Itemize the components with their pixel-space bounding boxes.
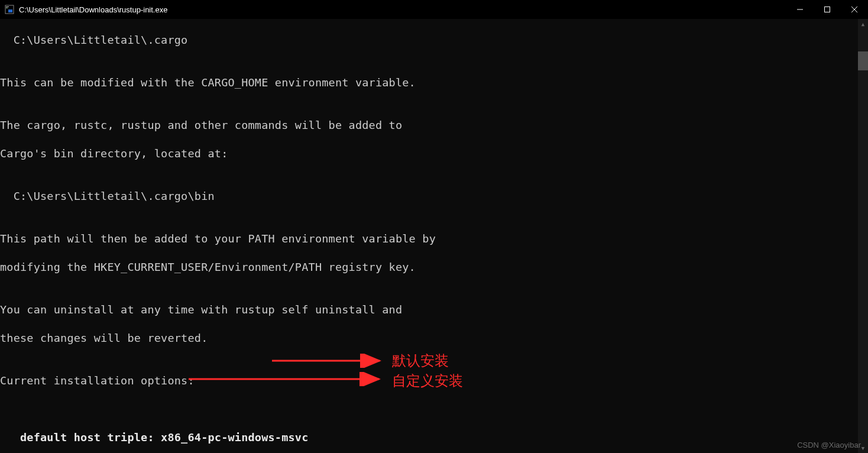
terminal-line: C:\Users\Littletail\.cargo\bin — [0, 189, 868, 203]
window-titlebar: C:\Users\Littletail\Downloads\rustup-ini… — [0, 0, 868, 19]
terminal-line: these changes will be reverted. — [0, 331, 868, 345]
scrollbar[interactable]: ▲ ▼ — [858, 19, 868, 453]
minimize-button[interactable] — [786, 0, 814, 19]
terminal-output[interactable]: C:\Users\Littletail\.cargo This can be m… — [0, 19, 868, 453]
terminal-line: You can uninstall at any time with rustu… — [0, 303, 868, 317]
terminal-line: Cargo's bin directory, located at: — [0, 147, 868, 161]
scrollbar-up-icon[interactable]: ▲ — [858, 19, 868, 29]
svg-rect-5 — [825, 7, 830, 12]
close-button[interactable] — [841, 0, 868, 19]
terminal-line: This can be modified with the CARGO_HOME… — [0, 76, 868, 90]
window-controls — [786, 0, 868, 19]
app-icon — [5, 5, 14, 14]
terminal-line: C:\Users\Littletail\.cargo — [0, 33, 868, 47]
svg-rect-2 — [6, 8, 8, 8]
maximize-button[interactable] — [814, 0, 841, 19]
terminal-line: Current installation options: — [0, 374, 868, 388]
terminal-line: This path will then be added to your PAT… — [0, 232, 868, 246]
terminal-line: The cargo, rustc, rustup and other comma… — [0, 118, 868, 132]
svg-rect-3 — [8, 9, 12, 12]
terminal-line: modifying the HKEY_CURRENT_USER/Environm… — [0, 260, 868, 274]
svg-rect-1 — [6, 7, 9, 7]
scrollbar-thumb[interactable] — [858, 51, 868, 70]
window-title: C:\Users\Littletail\Downloads\rustup-ini… — [19, 5, 167, 14]
install-option-host-triple: default host triple: x86_64-pc-windows-m… — [0, 431, 868, 445]
watermark: CSDN @Xiaoyibar — [797, 441, 861, 449]
